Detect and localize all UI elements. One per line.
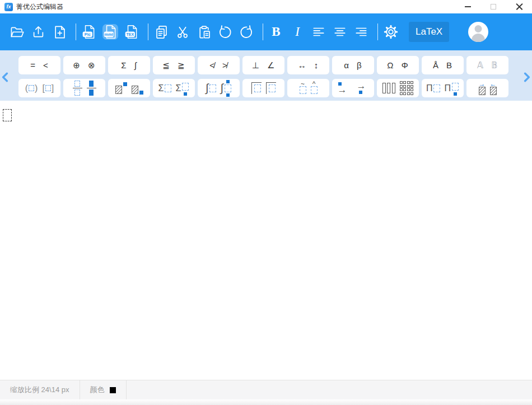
mml-file-icon: mml [102, 23, 118, 40]
template-accent[interactable]: ~ ^ [287, 79, 329, 97]
align-right-button[interactable] [353, 24, 369, 40]
svg-text:mml: mml [105, 32, 113, 37]
vector-left-icon: ← [490, 82, 497, 95]
template-matrix[interactable] [377, 79, 419, 97]
template-root[interactable] [242, 79, 284, 97]
template-integral[interactable]: ∫ ∫ [198, 79, 240, 97]
settings-button[interactable] [383, 24, 399, 40]
minimize-icon [465, 6, 471, 7]
minimize-button[interactable] [455, 0, 480, 13]
radical-icon [266, 82, 276, 94]
template-sum[interactable]: Σ Σ [153, 79, 195, 97]
palette-scroll-right[interactable] [523, 72, 531, 82]
color-cell[interactable]: 颜色 [80, 380, 127, 399]
subscript-icon [132, 82, 143, 95]
export-tex-button[interactable]: TEX [124, 24, 139, 40]
radical-icon [251, 82, 262, 94]
matrix-grid-icon [400, 81, 414, 95]
svg-text:TEX: TEX [126, 32, 134, 37]
new-document-icon [52, 25, 67, 40]
matrix-columns-icon [382, 83, 395, 93]
paste-icon [197, 25, 212, 40]
hat-accent-icon: ^ [311, 82, 318, 94]
app-logo-icon: fx [4, 3, 13, 11]
open-file-button[interactable] [9, 24, 25, 40]
palette-greek-uppercase[interactable]: Ω Φ [377, 56, 419, 74]
copy-icon [154, 25, 169, 40]
palette-greek-lowercase[interactable]: α β [332, 56, 374, 74]
italic-button[interactable]: I [290, 24, 305, 40]
bold-button[interactable]: B [268, 24, 284, 40]
align-left-button[interactable] [311, 24, 326, 40]
template-vector[interactable]: → ← [466, 79, 508, 97]
align-left-icon [311, 25, 326, 39]
template-fraction[interactable] [63, 79, 105, 97]
undo-icon [217, 24, 233, 40]
editor-canvas[interactable] [0, 101, 532, 380]
avatar-person-icon [475, 25, 482, 32]
window-title: 菁优公式编辑器 [16, 2, 63, 12]
superscript-icon [115, 82, 127, 95]
export-mml-button[interactable]: mml [102, 24, 118, 40]
folder-open-icon [10, 25, 25, 40]
export-button[interactable] [30, 24, 46, 40]
palette-scroll-left[interactable] [1, 72, 9, 82]
align-right-icon [354, 25, 368, 39]
scissors-icon [175, 25, 190, 40]
integral-icon: ∫ [206, 82, 216, 95]
palette-circled-operators[interactable]: ⊕ ⊗ [63, 56, 105, 74]
undo-button[interactable] [217, 24, 233, 40]
export-pic-button[interactable]: Pic [81, 24, 97, 40]
tilde-accent-icon: ~ [300, 82, 306, 94]
user-avatar[interactable] [468, 22, 488, 42]
window-bottom-edge [0, 399, 532, 405]
paren-template-icon: () [25, 83, 38, 93]
cut-button[interactable] [175, 24, 190, 40]
toolbar-separator [377, 23, 378, 40]
close-icon [516, 3, 523, 11]
copy-button[interactable] [153, 24, 169, 40]
symbol-palette: = < ⊕ ⊗ Σ ∫ ≦ ≧ ≮ ≯ ⊥ ∠ ↔ ↕ α β Ω Φ Å B … [0, 50, 532, 101]
align-center-icon [333, 25, 347, 39]
bracket-template-icon: [] [42, 83, 54, 93]
tex-file-icon: TEX [124, 23, 139, 40]
zoom-ratio-cell[interactable]: 缩放比例 24\14 px [0, 380, 80, 399]
pic-file-icon: Pic [81, 23, 97, 40]
new-formula-button[interactable] [52, 24, 67, 40]
palette-negated-relations[interactable]: ≮ ≯ [198, 56, 240, 74]
window-controls [455, 0, 532, 13]
palette-double-struck[interactable]: 𝔸 𝔹 [466, 56, 508, 74]
palette-leq-geq[interactable]: ≦ ≧ [153, 56, 195, 74]
close-button[interactable] [506, 0, 532, 13]
formula-placeholder[interactable] [3, 109, 12, 121]
upload-icon [31, 25, 46, 40]
italic-label: I [295, 25, 300, 39]
template-script[interactable] [108, 79, 150, 97]
bold-label: B [272, 25, 280, 39]
palette-sum-integral[interactable]: Σ ∫ [108, 56, 150, 74]
palette-arrows[interactable]: ↔ ↕ [287, 56, 329, 74]
color-label: 颜色 [90, 385, 105, 395]
maximize-icon [491, 4, 496, 10]
template-labeled-arrow[interactable]: → → [332, 79, 374, 97]
dashed-box-icon [45, 85, 51, 91]
redo-button[interactable] [239, 24, 254, 40]
latex-mode-button[interactable]: LaTeX [409, 22, 449, 42]
align-center-button[interactable] [332, 24, 348, 40]
status-bar: 缩放比例 24\14 px 颜色 [0, 380, 532, 399]
paste-button[interactable] [196, 24, 212, 40]
palette-row-templates: () [] Σ Σ [18, 79, 532, 97]
toolbar-separator [263, 23, 263, 40]
template-brackets[interactable]: () [] [18, 79, 60, 97]
color-swatch[interactable] [110, 387, 116, 393]
product-with-limit-icon: Π [445, 81, 460, 96]
vector-right-icon: → [479, 82, 486, 95]
palette-row-symbols: = < ⊕ ⊗ Σ ∫ ≦ ≧ ≮ ≯ ⊥ ∠ ↔ ↕ α β Ω Φ Å B … [18, 56, 532, 74]
maximize-button[interactable] [480, 0, 506, 13]
palette-letterlike[interactable]: Å B [422, 56, 464, 74]
palette-geometry[interactable]: ⊥ ∠ [242, 56, 284, 74]
toolbar-separator [148, 23, 148, 40]
template-product[interactable]: Π Π [422, 79, 464, 97]
palette-relations[interactable]: = < [18, 56, 60, 74]
integral-with-limits-icon: ∫ [221, 80, 232, 97]
